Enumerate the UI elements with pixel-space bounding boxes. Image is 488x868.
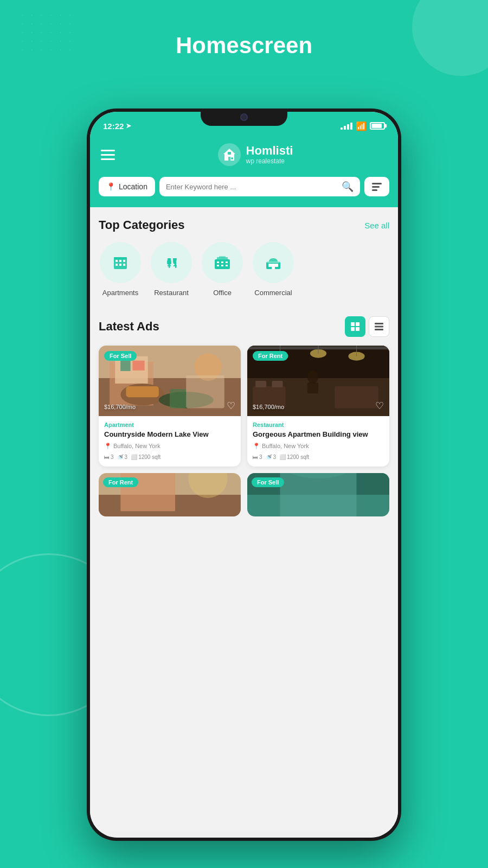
card-2-location-pin: 📍 — [253, 443, 260, 450]
screen-content: Top Categories See all — [90, 207, 398, 831]
card-2-info: Restaurant Gorgeous Apartmen Building vi… — [247, 416, 389, 467]
card-2-category: Restaurant — [253, 422, 384, 428]
area-icon-2: ⬜ — [279, 454, 286, 460]
svg-rect-9 — [123, 264, 125, 266]
bottom-card-2[interactable]: For Sell — [247, 473, 389, 516]
view-toggle — [345, 316, 389, 337]
latest-ads-header: Latest Ads — [99, 316, 389, 337]
categories-title: Top Categories — [99, 218, 185, 232]
grid-view-button[interactable] — [345, 316, 365, 337]
categories-row: Apartments — [99, 242, 389, 299]
svg-rect-27 — [275, 264, 278, 267]
search-area: 📍 Location 🔍 — [90, 177, 398, 207]
card-1-location: 📍 Buffalo, New York — [104, 443, 235, 450]
commercial-icon-circle — [253, 242, 294, 283]
card-2-beds: 🛏 3 — [253, 454, 262, 460]
hamburger-menu-button[interactable] — [101, 150, 115, 160]
status-icons: 📶 — [341, 121, 385, 131]
page-title: Homescreen — [0, 33, 488, 59]
svg-rect-34 — [356, 327, 359, 331]
card-1-beds: 🛏 3 — [104, 454, 114, 460]
svg-rect-32 — [356, 322, 359, 326]
svg-rect-24 — [219, 256, 226, 258]
category-item-office[interactable]: Office — [201, 242, 244, 297]
svg-rect-8 — [119, 264, 121, 266]
svg-rect-44 — [120, 359, 130, 371]
bed-icon-2: 🛏 — [253, 454, 258, 460]
property-cards-grid: For Sell $16,700/mo ♡ Apartment Countrys… — [99, 346, 389, 467]
logo-house-icon — [218, 143, 241, 166]
bottom-cards-row: For Rent For Sell — [90, 473, 398, 525]
keyword-search-wrap: 🔍 — [159, 177, 360, 196]
card-1-price: $16,700/mo — [104, 403, 136, 411]
svg-rect-62 — [255, 381, 266, 387]
list-view-icon — [374, 322, 384, 331]
filter-button[interactable] — [364, 177, 389, 196]
categories-see-all[interactable]: See all — [364, 221, 389, 230]
card-1-title: Countryside Modern Lake View — [104, 430, 235, 439]
bath-icon: 🚿 — [117, 454, 124, 460]
phone-camera — [240, 113, 248, 121]
svg-rect-26 — [268, 264, 272, 267]
card-1-location-text: Buffalo, New York — [113, 443, 160, 449]
location-button-label: Location — [119, 182, 147, 191]
logo-subtitle: wp realestate — [246, 157, 293, 165]
card-2-favorite-button[interactable]: ♡ — [375, 400, 384, 412]
search-icon[interactable]: 🔍 — [342, 181, 354, 193]
restaurant-label: Restaurant — [154, 289, 189, 297]
property-card-2[interactable]: For Rent $16,700/mo ♡ Restaurant Gorgeou… — [247, 346, 389, 467]
card-1-location-pin: 📍 — [104, 443, 112, 450]
svg-rect-10 — [114, 257, 127, 259]
svg-rect-74 — [280, 473, 356, 516]
signal-icon — [341, 123, 352, 130]
keyword-search-input[interactable] — [166, 183, 342, 191]
bottom-card-1[interactable]: For Rent — [99, 473, 241, 516]
restaurant-icon — [163, 254, 180, 271]
card-1-baths: 🚿 3 — [117, 454, 128, 460]
apartments-icon — [112, 254, 129, 271]
apartments-label: Apartments — [102, 289, 138, 297]
status-time: 12:22 ➤ — [103, 122, 131, 131]
top-categories-section: Top Categories See all — [90, 207, 398, 308]
apartments-icon-circle — [100, 242, 141, 283]
card-2-location: 📍 Buffalo, New York — [253, 443, 384, 450]
svg-rect-61 — [335, 386, 378, 408]
svg-rect-63 — [272, 381, 282, 387]
logo-name: Homlisti — [246, 144, 293, 157]
card-1-stats: 🛏 3 🚿 3 ⬜ 1200 sqft — [104, 454, 235, 460]
card-2-stats: 🛏 3 🚿 3 ⬜ 1200 sqft — [253, 454, 384, 460]
svg-rect-31 — [351, 322, 355, 326]
svg-rect-36 — [375, 326, 383, 328]
phone-screen: 12:22 ➤ 📶 — [90, 112, 398, 838]
latest-ads-title: Latest Ads — [99, 320, 159, 334]
category-item-commercial[interactable]: Commercial — [252, 242, 295, 297]
nav-direction-icon: ➤ — [126, 122, 131, 130]
svg-rect-48 — [170, 389, 186, 408]
svg-rect-22 — [226, 265, 228, 266]
latest-ads-section: Latest Ads — [90, 308, 398, 467]
svg-rect-4 — [115, 260, 118, 262]
svg-rect-5 — [119, 260, 121, 262]
svg-rect-19 — [226, 261, 228, 263]
location-pin-icon: 📍 — [106, 182, 115, 191]
logo-area: Homlisti wp realestate — [124, 143, 387, 166]
bed-icon: 🛏 — [104, 454, 110, 460]
restaurant-icon-circle — [151, 242, 192, 283]
list-view-button[interactable] — [369, 316, 389, 337]
svg-rect-35 — [375, 323, 383, 324]
card-1-favorite-button[interactable]: ♡ — [227, 400, 235, 412]
location-button[interactable]: 📍 Location — [99, 177, 155, 196]
office-icon-circle — [202, 242, 243, 283]
logo-text: Homlisti wp realestate — [246, 144, 293, 165]
svg-rect-37 — [375, 329, 383, 330]
property-card-1[interactable]: For Sell $16,700/mo ♡ Apartment Countrys… — [99, 346, 241, 467]
categories-section-header: Top Categories See all — [99, 218, 389, 232]
commercial-label: Commercial — [254, 289, 292, 297]
category-item-apartments[interactable]: Apartments — [99, 242, 142, 297]
card-2-location-text: Buffalo, New York — [262, 443, 309, 449]
svg-rect-67 — [247, 348, 389, 349]
svg-rect-43 — [132, 361, 144, 371]
battery-icon — [370, 122, 385, 130]
category-item-restaurant[interactable]: Restaurant — [150, 242, 193, 297]
filter-lines-icon — [372, 183, 382, 191]
